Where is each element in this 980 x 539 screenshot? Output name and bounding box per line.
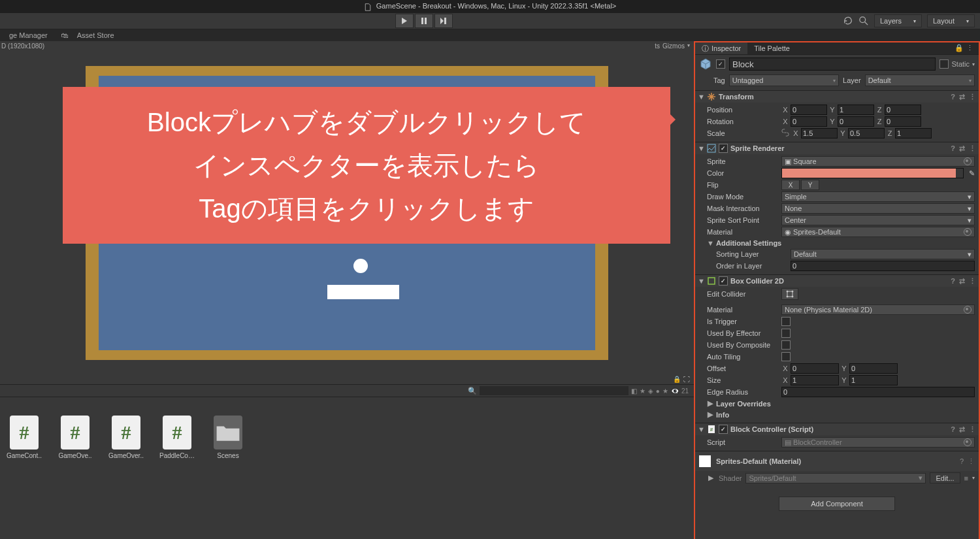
draw-mode-dropdown[interactable]: Simple▾ <box>781 191 975 202</box>
view-resolution[interactable]: D (1920x1080) <box>1 42 44 50</box>
help-icon[interactable]: ? <box>951 144 955 153</box>
help-icon[interactable]: ? <box>951 277 955 286</box>
constrain-scale-icon[interactable] <box>781 129 789 138</box>
script-enabled-checkbox[interactable] <box>719 425 728 434</box>
scale-y-field[interactable] <box>848 128 885 139</box>
tab-tile-palette[interactable]: Tile Palette <box>747 42 796 54</box>
rotation-x-field[interactable] <box>791 116 827 127</box>
transform-header[interactable]: ▼ Transform ?⇄⋮ <box>695 91 979 103</box>
component-menu-icon[interactable]: ⋮ <box>969 144 976 153</box>
edge-radius-field[interactable] <box>781 387 975 397</box>
scale-z-field[interactable] <box>895 128 932 139</box>
foldout-icon[interactable]: ▼ <box>698 144 704 152</box>
project-visibility-icon[interactable]: 👁‍🗨 <box>671 387 679 395</box>
foldout-icon[interactable]: ▼ <box>698 277 704 285</box>
material-field[interactable]: ◉ Sprites-Default <box>781 227 975 237</box>
sprite-renderer-header[interactable]: ▼ Sprite Renderer ?⇄⋮ <box>695 142 979 154</box>
tab-asset-store[interactable]: Asset Store <box>73 30 118 41</box>
filter-by-type-icon[interactable]: ◧ <box>631 387 637 395</box>
object-picker-icon[interactable] <box>964 157 972 165</box>
mask-interaction-dropdown[interactable]: None▾ <box>781 203 975 214</box>
object-picker-icon[interactable] <box>964 228 972 236</box>
sorting-layer-dropdown[interactable]: Default▾ <box>791 249 975 259</box>
layers-dropdown[interactable]: Layers▾ <box>874 14 922 27</box>
offset-y-field[interactable] <box>849 363 898 374</box>
flip-y-toggle[interactable]: Y <box>801 180 819 190</box>
gameobject-name-field[interactable] <box>729 57 936 71</box>
layout-dropdown[interactable]: Layout▾ <box>927 14 975 27</box>
filter-label-icon[interactable]: ◈ <box>648 387 653 395</box>
help-icon[interactable]: ? <box>951 93 955 101</box>
edit-collider-button[interactable] <box>781 288 798 300</box>
gameobject-active-checkbox[interactable] <box>716 59 725 69</box>
component-menu-icon[interactable]: ⋮ <box>969 93 976 101</box>
play-button[interactable] <box>395 14 414 28</box>
asset-item[interactable]: # PaddleCon.. <box>159 416 195 533</box>
physics-material-field[interactable]: None (Physics Material 2D) <box>781 304 975 315</box>
project-asset-grid[interactable]: # GameCont.. # GameOve.. # GameOver.. # … <box>0 397 694 539</box>
render-queue-icon[interactable]: ≡ <box>964 474 968 482</box>
gizmos-toggle[interactable]: Gizmos <box>662 42 685 50</box>
asset-item[interactable]: # GameCont.. <box>7 416 42 533</box>
component-menu-icon[interactable]: ⋮ <box>968 457 975 466</box>
lock-view-icon[interactable]: 🔒 <box>673 376 681 383</box>
used-by-effector-checkbox[interactable] <box>781 329 791 338</box>
shader-dropdown[interactable]: Sprites/Default▾ <box>745 473 926 483</box>
project-search-input[interactable] <box>480 386 629 395</box>
object-picker-icon[interactable] <box>964 438 972 446</box>
asset-item[interactable]: # GameOve.. <box>57 416 93 533</box>
rotation-z-field[interactable] <box>885 116 921 127</box>
sprite-renderer-enabled-checkbox[interactable] <box>719 144 728 153</box>
auto-tiling-checkbox[interactable] <box>781 352 791 361</box>
foldout-icon[interactable]: ▼ <box>707 239 713 247</box>
material-header[interactable]: Sprites-Default (Material) ?⋮ <box>695 451 979 471</box>
lock-icon[interactable]: 🔒 <box>955 44 964 53</box>
tag-dropdown[interactable]: Untagged▾ <box>729 74 839 86</box>
eyedropper-icon[interactable]: ✎ <box>969 169 975 178</box>
component-menu-icon[interactable]: ⋮ <box>969 425 976 434</box>
offset-x-field[interactable] <box>791 363 839 374</box>
foldout-icon[interactable]: ▶ <box>707 474 715 482</box>
preset-icon[interactable]: ⇄ <box>959 277 965 286</box>
preset-icon[interactable]: ⇄ <box>959 144 965 153</box>
scene-view[interactable]: D (1920x1080) ts Gizmos▾ Blockプレハブをダブルクリ… <box>0 41 694 384</box>
size-y-field[interactable] <box>849 375 898 385</box>
maximize-view-icon[interactable]: ⛶ <box>683 376 690 383</box>
scale-x-field[interactable] <box>801 128 838 139</box>
layer-dropdown[interactable]: Default▾ <box>865 74 975 86</box>
script-header[interactable]: ▼ # Block Controller (Script) ?⇄⋮ <box>695 423 979 435</box>
sprite-field[interactable]: ▣ Square <box>781 156 975 167</box>
component-menu-icon[interactable]: ⋮ <box>969 277 976 286</box>
static-checkbox[interactable] <box>939 59 949 69</box>
foldout-icon[interactable]: ▶ <box>707 399 713 408</box>
undo-history-icon[interactable] <box>843 16 853 26</box>
order-in-layer-field[interactable] <box>791 261 975 271</box>
position-z-field[interactable] <box>885 105 921 115</box>
color-field[interactable] <box>781 168 964 178</box>
help-icon[interactable]: ? <box>951 425 955 434</box>
tab-inspector[interactable]: ⓘInspector <box>695 42 747 54</box>
sort-point-dropdown[interactable]: Center▾ <box>781 215 975 225</box>
foldout-icon[interactable]: ▼ <box>698 93 704 101</box>
scene-options[interactable]: ts <box>655 42 660 50</box>
rotation-y-field[interactable] <box>838 116 874 127</box>
static-toggle[interactable]: Static ▾ <box>939 59 975 69</box>
asset-item[interactable]: # GameOver.. <box>108 416 144 533</box>
search-icon[interactable] <box>858 16 869 26</box>
box-collider-enabled-checkbox[interactable] <box>719 276 728 286</box>
filter-favorites-icon[interactable]: ★ <box>640 387 645 395</box>
flip-x-toggle[interactable]: X <box>781 180 800 190</box>
position-x-field[interactable] <box>791 105 827 115</box>
box-collider-header[interactable]: ▼ Box Collider 2D ?⇄⋮ <box>695 275 979 287</box>
inspector-menu-icon[interactable]: ⋮ <box>966 44 973 53</box>
hidden-icon[interactable]: ★ <box>662 387 668 395</box>
edit-material-button[interactable]: Edit... <box>930 472 960 483</box>
help-icon[interactable]: ? <box>960 457 964 466</box>
preset-icon[interactable]: ⇄ <box>959 425 965 434</box>
preset-icon[interactable]: ⇄ <box>959 93 965 101</box>
asset-item[interactable]: Scenes <box>210 416 246 533</box>
is-trigger-checkbox[interactable] <box>781 317 791 326</box>
position-y-field[interactable] <box>838 105 874 115</box>
used-by-composite-checkbox[interactable] <box>781 340 791 350</box>
tab-package-manager[interactable]: ge Manager <box>5 30 52 41</box>
